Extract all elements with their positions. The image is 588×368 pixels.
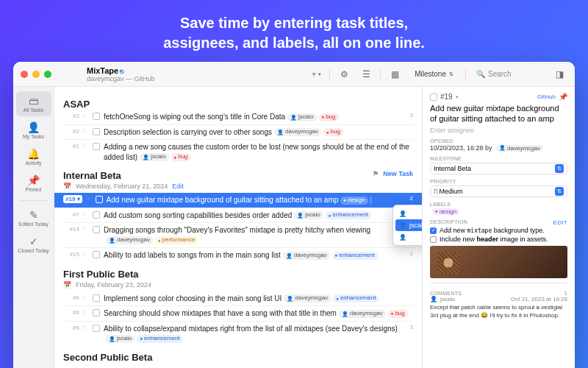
- checklist-checkbox[interactable]: ✓: [430, 227, 437, 234]
- issue-number-row: #19▾ GitHub 📌: [430, 93, 567, 101]
- opener-chip[interactable]: daveymcgav: [496, 145, 543, 152]
- task-row[interactable]: #19 ▾ ⎍ Add new guitar mixtape backgroun…: [54, 193, 422, 208]
- task-row[interactable]: #15 ⎍ Ability to add labels to songs fro…: [63, 247, 413, 263]
- label-chip[interactable]: enhancement: [332, 252, 378, 260]
- sidebar-icon: ✎: [16, 209, 51, 221]
- label-chip[interactable]: bug: [319, 113, 339, 121]
- assignee-chip[interactable]: jscalo: [140, 153, 168, 161]
- new-task-button[interactable]: New Task: [383, 170, 413, 177]
- assignee-chip[interactable]: daveymcgav: [284, 294, 331, 302]
- label-chip[interactable]: bug: [323, 128, 343, 136]
- priority-select[interactable]: ⎍ Medium⇅: [430, 185, 567, 197]
- gear-icon[interactable]: ⚙: [336, 66, 352, 82]
- task-checkbox[interactable]: [93, 294, 100, 302]
- task-row[interactable]: #6 ⎍ Implement song color choosing in th…: [63, 291, 413, 306]
- assignee-chip[interactable]: daveymcgav: [339, 310, 386, 318]
- task-row[interactable]: #8 ⎍ Searching should show mixtapes that…: [63, 305, 413, 321]
- task-checkbox[interactable]: [93, 251, 100, 258]
- task-number: #15: [63, 250, 79, 258]
- assignee-chip[interactable]: daveymcgav: [274, 128, 321, 136]
- board-icon[interactable]: ▦: [387, 66, 403, 82]
- sidebar-label: Edited Today: [16, 222, 51, 227]
- detail-panel: #19▾ GitHub 📌 Add new guitar mixtape bac…: [422, 87, 575, 368]
- sidebar-icon: 🔔: [16, 148, 51, 160]
- assignee-chip[interactable]: jscalo: [287, 113, 316, 121]
- label-chip[interactable]: enhancement: [326, 211, 371, 219]
- calendar-icon: 📅: [63, 183, 71, 190]
- avatar-icon: 👤: [430, 296, 437, 302]
- edit-description-link[interactable]: Edit: [553, 219, 567, 226]
- close-icon[interactable]: [21, 71, 28, 78]
- attachment-thumbnail[interactable]: [430, 246, 567, 278]
- search-input[interactable]: 🔍Search: [472, 68, 545, 79]
- minimize-icon[interactable]: [32, 71, 40, 78]
- label-chip[interactable]: design: [432, 208, 459, 215]
- sidebar-item-all-tasks[interactable]: 🗃All Tasks: [16, 91, 51, 116]
- label-chip[interactable]: bug: [171, 153, 191, 161]
- external-link-icon[interactable]: ⎋: [120, 68, 123, 75]
- label-chip[interactable]: enhancement: [137, 335, 182, 343]
- chevron-icon: ⇅: [555, 187, 564, 196]
- task-checkbox[interactable]: [93, 128, 100, 135]
- sidebar-toggle-icon[interactable]: ◨: [551, 66, 567, 82]
- label-chip[interactable]: enhancement: [333, 294, 379, 302]
- label-chip[interactable]: performance: [155, 236, 198, 244]
- sidebar-item-closed-today[interactable]: ✓Closed Today: [16, 232, 51, 257]
- autocomplete-item[interactable]: daveymcgav: [395, 208, 422, 219]
- task-number: #14: [63, 225, 79, 233]
- task-checkbox[interactable]: [93, 113, 100, 120]
- filter-icon[interactable]: ☰: [358, 66, 374, 82]
- task-row[interactable]: #5 ⎍ Ability to collapse/expand mixtapes…: [63, 321, 413, 346]
- task-title: Ability to add labels to songs from in t…: [104, 251, 281, 259]
- label-chip[interactable]: bug: [388, 310, 408, 318]
- checklist-text: Add new mixtape background type.: [440, 227, 545, 234]
- assignee-chip[interactable]: jscalo: [294, 211, 323, 219]
- sidebar-icon: 📌: [16, 174, 51, 186]
- comment-count: 2: [410, 195, 413, 202]
- autocomplete-item[interactable]: aaronfoss: [395, 231, 422, 243]
- signal-icon: ⎍: [86, 195, 92, 201]
- pin-icon[interactable]: 📌: [559, 93, 567, 101]
- zoom-icon[interactable]: [44, 71, 51, 78]
- issue-checkbox[interactable]: [430, 93, 437, 101]
- sidebar-item-my-tasks[interactable]: 👤My Tasks: [16, 118, 51, 143]
- checklist-item: Include new header image in assets.: [430, 236, 567, 243]
- edit-link[interactable]: Edit: [172, 183, 184, 190]
- assignee-chip[interactable]: daveymcgav: [283, 252, 330, 260]
- task-row[interactable]: #1 ⎍ Adding a new song causes the custom…: [63, 139, 413, 164]
- github-link[interactable]: GitHub: [537, 93, 556, 100]
- calendar-icon: 📅: [63, 281, 71, 289]
- task-title: fetchOneSong is wiping out the song's ti…: [104, 113, 285, 121]
- signal-icon: ⎍: [83, 250, 89, 256]
- assignee-chip[interactable]: jscalo: [106, 335, 135, 343]
- issue-title: Add new guitar mixtape background of gui…: [430, 103, 567, 124]
- task-checkbox[interactable]: [93, 143, 100, 150]
- section-title: Internal Beta ⚑New Task: [63, 170, 413, 181]
- task-row[interactable]: #14 ⎍ Dragging songs through "Davey's Fa…: [63, 222, 413, 247]
- label-chip[interactable]: design: [340, 197, 368, 205]
- sidebar-item-edited-today[interactable]: ✎Edited Today: [16, 205, 51, 230]
- task-checkbox[interactable]: [93, 325, 100, 332]
- task-checkbox[interactable]: [93, 309, 100, 316]
- milestone-filter[interactable]: Milestone⇅: [409, 68, 459, 79]
- task-row[interactable]: #2 ⎍ Description selection is carrying o…: [63, 124, 413, 140]
- sidebar-item-pinned[interactable]: 📌Pinned: [16, 171, 51, 196]
- milestone-select[interactable]: Internal Beta⇅: [430, 163, 567, 174]
- description-label: DESCRIPTIONEdit: [430, 219, 567, 224]
- assignee-chip[interactable]: daveymcgav: [106, 236, 153, 244]
- task-checkbox[interactable]: [93, 211, 100, 219]
- task-checkbox[interactable]: [93, 226, 100, 233]
- task-row[interactable]: #3 ⎍ fetchOneSong is wiping out the song…: [63, 110, 413, 124]
- checklist-checkbox[interactable]: [430, 236, 437, 243]
- assignee-input[interactable]: Enter assignee: [430, 127, 567, 134]
- project-name: MixTape: [87, 66, 118, 75]
- hero-line1: Save time by entering task titles,: [0, 13, 588, 33]
- task-checkbox[interactable]: [96, 196, 103, 203]
- section-flag-icon[interactable]: ⚑: [373, 170, 379, 177]
- autocomplete-item[interactable]: jscalo✓: [395, 219, 422, 231]
- task-row[interactable]: #7 ⎍ Add custom song sorting capabilitie…: [63, 208, 413, 223]
- section-title: Second Public Beta: [63, 352, 413, 363]
- add-button[interactable]: ＋▾: [307, 66, 323, 82]
- sidebar-item-activity[interactable]: 🔔Activity: [16, 144, 51, 169]
- priority-label: PRIORITY: [430, 179, 567, 184]
